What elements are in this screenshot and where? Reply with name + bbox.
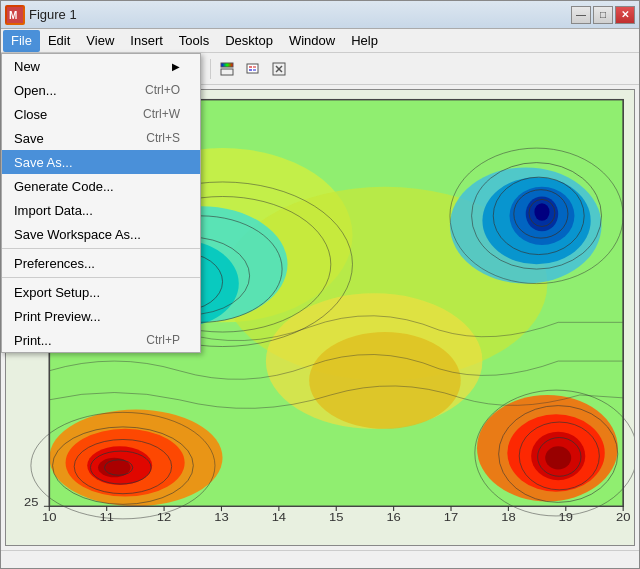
menu-window[interactable]: Window xyxy=(281,30,343,52)
title-bar: M Figure 1 — □ ✕ xyxy=(1,1,639,29)
svg-point-47 xyxy=(545,446,571,469)
menu-generate-code[interactable]: Generate Code... xyxy=(2,174,200,198)
menu-view[interactable]: View xyxy=(78,30,122,52)
svg-text:15: 15 xyxy=(329,510,344,523)
file-dropdown: New ▶ Open... Ctrl+O Close Ctrl+W Save C… xyxy=(1,53,201,353)
close-button[interactable]: ✕ xyxy=(615,6,635,24)
maximize-button[interactable]: □ xyxy=(593,6,613,24)
svg-text:12: 12 xyxy=(157,510,172,523)
window-title: Figure 1 xyxy=(29,7,77,22)
svg-point-49 xyxy=(309,332,461,429)
svg-text:17: 17 xyxy=(444,510,459,523)
menu-save-as[interactable]: Save As... xyxy=(2,150,200,174)
minimize-button[interactable]: — xyxy=(571,6,591,24)
svg-rect-24 xyxy=(253,69,256,71)
matlab-icon: M xyxy=(5,5,25,25)
menu-insert[interactable]: Insert xyxy=(122,30,171,52)
svg-text:M: M xyxy=(9,10,17,21)
insert-colorbar-button[interactable] xyxy=(215,57,239,81)
insert-legend-button[interactable] xyxy=(241,57,265,81)
main-window: M Figure 1 — □ ✕ File Edit View Insert T… xyxy=(0,0,640,569)
menu-help[interactable]: Help xyxy=(343,30,386,52)
menu-separator-2 xyxy=(2,277,200,278)
toolbar-sep-3 xyxy=(210,59,211,79)
hide-plot-tools-button[interactable] xyxy=(267,57,291,81)
svg-text:19: 19 xyxy=(559,510,574,523)
menu-import-data[interactable]: Import Data... xyxy=(2,198,200,222)
svg-rect-23 xyxy=(253,66,256,68)
svg-text:16: 16 xyxy=(386,510,401,523)
menu-new[interactable]: New ▶ xyxy=(2,54,200,78)
svg-text:13: 13 xyxy=(214,510,229,523)
menu-file[interactable]: File xyxy=(3,30,40,52)
menu-close[interactable]: Close Ctrl+W xyxy=(2,102,200,126)
svg-rect-17 xyxy=(221,63,233,67)
menu-edit[interactable]: Edit xyxy=(40,30,78,52)
menu-save[interactable]: Save Ctrl+S xyxy=(2,126,200,150)
svg-text:11: 11 xyxy=(99,510,114,523)
svg-rect-19 xyxy=(221,69,233,75)
menu-preferences[interactable]: Preferences... xyxy=(2,251,200,275)
svg-text:18: 18 xyxy=(501,510,516,523)
title-bar-left: M Figure 1 xyxy=(5,5,77,25)
svg-point-39 xyxy=(534,203,549,220)
menu-open[interactable]: Open... Ctrl+O xyxy=(2,78,200,102)
menu-export-setup[interactable]: Export Setup... xyxy=(2,280,200,304)
svg-text:14: 14 xyxy=(272,510,287,523)
submenu-arrow: ▶ xyxy=(172,61,180,72)
status-bar xyxy=(1,550,639,568)
menu-separator-1 xyxy=(2,248,200,249)
menu-tools[interactable]: Tools xyxy=(171,30,217,52)
menu-print[interactable]: Print... Ctrl+P xyxy=(2,328,200,352)
menu-print-preview[interactable]: Print Preview... xyxy=(2,304,200,328)
menu-bar: File Edit View Insert Tools Desktop Wind… xyxy=(1,29,639,53)
svg-rect-20 xyxy=(247,64,258,73)
title-bar-controls: — □ ✕ xyxy=(571,6,635,24)
menu-desktop[interactable]: Desktop xyxy=(217,30,281,52)
svg-text:25: 25 xyxy=(24,496,39,509)
svg-text:10: 10 xyxy=(42,510,57,523)
svg-text:20: 20 xyxy=(616,510,631,523)
menu-save-workspace[interactable]: Save Workspace As... xyxy=(2,222,200,246)
